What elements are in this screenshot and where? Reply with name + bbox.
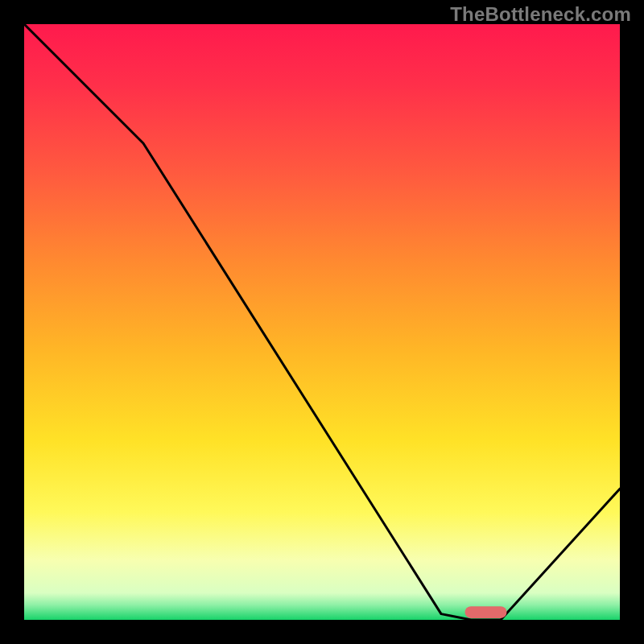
- watermark-text: TheBottleneck.com: [450, 3, 631, 26]
- chart-svg: [24, 24, 620, 620]
- target-marker: [465, 606, 507, 618]
- chart-frame: TheBottleneck.com: [0, 0, 644, 644]
- plot-area: [24, 24, 620, 620]
